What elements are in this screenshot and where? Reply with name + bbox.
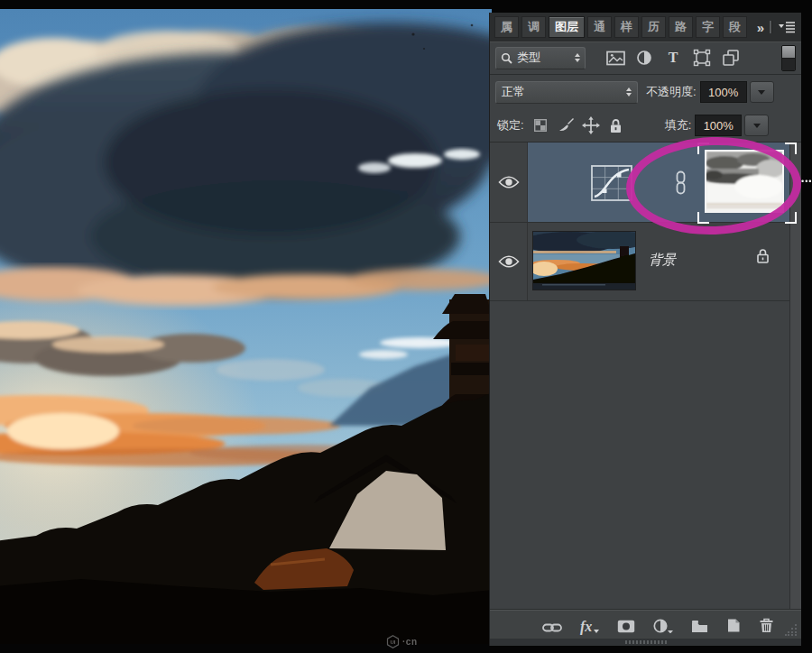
search-icon [501,52,512,64]
adjustment-layer-icon [653,619,673,633]
new-layer-icon [726,618,741,633]
new-layer-button[interactable] [726,615,741,633]
filter-smart-objects-icon[interactable] [721,48,741,68]
tab-character[interactable]: 字 [696,16,720,38]
panel-bottom-drag-strip[interactable] [490,639,801,646]
background-locked-icon[interactable] [756,248,770,263]
lock-position-move-icon[interactable] [582,116,600,134]
toggle-bottom [782,59,795,70]
filter-on-off-toggle[interactable] [781,45,796,71]
filter-type-layers-icon[interactable]: T [663,48,683,68]
layer-mask-icon [617,620,635,633]
drag-handle-dots[interactable] [625,640,667,644]
visibility-cell[interactable] [490,143,528,222]
updown-arrows-icon [575,53,580,62]
blend-mode-value: 正常 [502,84,626,100]
tab-paths[interactable]: 路 [669,16,693,38]
svg-text:UI: UI [391,639,396,645]
divider [770,21,772,33]
lock-label: 锁定: [497,117,524,133]
mask-selected-bracket [785,143,797,154]
photoshop-workspace: UI ·cn 属 调 图层 通 样 历 路 字 段 » [0,0,812,653]
filter-type-dropdown[interactable]: 类型 [495,47,586,69]
ui-cn-logo-icon: UI [386,635,400,648]
layers-panel-toolbar: fx [490,609,801,639]
tab-properties[interactable]: 属 [494,16,519,38]
ui-cn-watermark: UI ·cn [386,635,418,648]
tab-layers[interactable]: 图层 [549,16,585,38]
toggle-top [782,46,795,59]
new-group-button[interactable] [691,615,708,633]
lock-transparent-pixels-icon[interactable] [531,116,549,134]
panel-menu-icon[interactable] [778,21,796,33]
tab-history[interactable]: 历 [641,16,666,38]
blend-mode-dropdown[interactable]: 正常 [495,81,638,104]
background-layer-body[interactable]: 背景 [528,223,789,300]
background-layer-thumbnail[interactable] [532,231,636,290]
link-chain-icon [542,622,562,633]
trash-icon [759,617,774,633]
tab-channels[interactable]: 通 [587,16,612,38]
filter-shape-layers-icon[interactable] [692,48,712,68]
add-layer-mask-button[interactable] [617,615,635,633]
lock-all-icon[interactable] [607,116,625,134]
layer-mask-thumbnail[interactable] [705,150,784,213]
ellipsis-dots-icon: ••• [801,177,812,186]
tab-paragraph[interactable]: 段 [723,16,747,38]
watermark-suffix: ·cn [402,637,418,647]
sunset-temple-photo [0,9,492,644]
mask-selected-bracket [697,143,709,154]
tab-adjustments[interactable]: 调 [521,16,546,38]
new-adjustment-layer-button[interactable] [653,615,673,633]
delete-layer-button[interactable] [759,615,774,633]
mask-link-chain-icon[interactable] [675,170,687,195]
layer-row-curves-adjustment[interactable]: ••• [490,143,789,223]
filter-type-label: 类型 [517,50,570,66]
panel-tab-strip: 属 调 图层 通 样 历 路 字 段 » [490,13,801,41]
document-canvas-photo[interactable]: UI ·cn [0,9,492,644]
opacity-label: 不透明度: [646,84,697,100]
fill-label: 填充: [665,117,692,133]
panel-resize-grip[interactable] [785,623,798,636]
background-layer-name[interactable]: 背景 [649,252,676,269]
fill-dropdown-button[interactable] [744,115,769,136]
tab-styles[interactable]: 样 [614,16,639,38]
lock-row: 锁定: [490,109,801,143]
blend-mode-row: 正常 不透明度: 100% [490,75,801,109]
eye-icon[interactable] [498,175,520,189]
layer-row-background[interactable]: 背景 [490,223,789,301]
layers-panel: 属 调 图层 通 样 历 路 字 段 » [489,13,801,646]
layers-list: ••• [490,143,801,609]
curves-layer-body[interactable]: ••• [528,143,789,222]
curves-adjustment-icon[interactable] [591,165,632,201]
collapse-panel-icon[interactable]: » [757,21,764,34]
filter-pixel-layers-icon[interactable] [605,48,625,68]
eye-icon[interactable] [498,254,520,269]
updown-arrows-icon [626,87,632,97]
chevron-down-icon [594,630,599,633]
fill-value-field[interactable]: 100% [695,115,742,136]
opacity-dropdown-button[interactable] [750,81,774,103]
filter-adjustment-layers-icon[interactable] [634,48,654,68]
layer-filter-row: 类型 T [490,41,801,75]
folder-icon [691,620,708,633]
lock-image-pixels-brush-icon[interactable] [557,116,575,134]
link-layers-button[interactable] [542,615,562,633]
layer-style-button[interactable]: fx [580,615,599,633]
fx-icon: fx [580,621,592,633]
visibility-cell[interactable] [490,223,528,300]
opacity-value-field[interactable]: 100% [700,81,747,103]
